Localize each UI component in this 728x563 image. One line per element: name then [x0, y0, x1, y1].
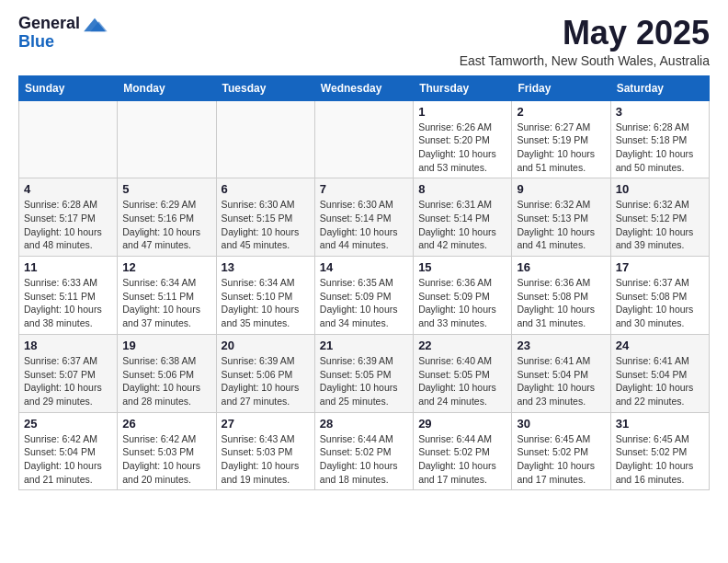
day-info: Sunrise: 6:45 AM Sunset: 5:02 PM Dayligh…: [616, 432, 704, 487]
calendar-week-row: 1Sunrise: 6:26 AM Sunset: 5:20 PM Daylig…: [19, 100, 710, 178]
day-number: 23: [517, 339, 605, 352]
day-number: 21: [320, 339, 408, 352]
calendar-cell: [216, 100, 314, 178]
day-number: 13: [222, 260, 310, 274]
day-info: Sunrise: 6:29 AM Sunset: 5:16 PM Dayligh…: [122, 198, 210, 252]
logo-icon: [82, 15, 108, 33]
day-info: Sunrise: 6:42 AM Sunset: 5:04 PM Dayligh…: [24, 432, 112, 487]
calendar-cell: 16Sunrise: 6:36 AM Sunset: 5:08 PM Dayli…: [512, 257, 610, 335]
day-number: 9: [517, 182, 605, 196]
day-number: 12: [122, 260, 210, 274]
day-number: 24: [616, 339, 704, 352]
day-number: 22: [418, 339, 506, 352]
calendar-cell: 18Sunrise: 6:37 AM Sunset: 5:07 PM Dayli…: [19, 334, 118, 412]
day-number: 20: [222, 339, 310, 352]
day-info: Sunrise: 6:38 AM Sunset: 5:06 PM Dayligh…: [122, 354, 210, 408]
logo-general-text: General: [18, 15, 80, 33]
calendar-cell: 12Sunrise: 6:34 AM Sunset: 5:11 PM Dayli…: [118, 257, 216, 335]
day-number: 2: [517, 105, 605, 119]
day-info: Sunrise: 6:33 AM Sunset: 5:11 PM Dayligh…: [24, 276, 112, 330]
day-info: Sunrise: 6:42 AM Sunset: 5:03 PM Dayligh…: [122, 432, 210, 487]
day-info: Sunrise: 6:32 AM Sunset: 5:12 PM Dayligh…: [616, 198, 704, 252]
calendar-cell: 13Sunrise: 6:34 AM Sunset: 5:10 PM Dayli…: [216, 257, 314, 335]
calendar-cell: 20Sunrise: 6:39 AM Sunset: 5:06 PM Dayli…: [216, 334, 314, 412]
day-info: Sunrise: 6:30 AM Sunset: 5:14 PM Dayligh…: [320, 198, 408, 252]
day-info: Sunrise: 6:34 AM Sunset: 5:11 PM Dayligh…: [122, 276, 210, 330]
title-area: May 2025 East Tamworth, New South Wales,…: [460, 15, 710, 68]
calendar-cell: 9Sunrise: 6:32 AM Sunset: 5:13 PM Daylig…: [512, 178, 610, 257]
day-info: Sunrise: 6:37 AM Sunset: 5:07 PM Dayligh…: [24, 354, 112, 408]
calendar-cell: 15Sunrise: 6:36 AM Sunset: 5:09 PM Dayli…: [414, 257, 512, 335]
calendar-cell: 21Sunrise: 6:39 AM Sunset: 5:05 PM Dayli…: [314, 334, 413, 412]
calendar-table: SundayMondayTuesdayWednesdayThursdayFrid…: [18, 75, 710, 491]
day-number: 16: [517, 260, 605, 274]
col-header-thursday: Thursday: [414, 75, 512, 100]
day-number: 25: [24, 417, 112, 431]
day-number: 8: [418, 182, 506, 196]
calendar-cell: [19, 100, 118, 178]
day-number: 10: [616, 182, 704, 196]
calendar-cell: 2Sunrise: 6:27 AM Sunset: 5:19 PM Daylig…: [512, 100, 610, 178]
calendar-cell: 4Sunrise: 6:28 AM Sunset: 5:17 PM Daylig…: [19, 178, 118, 257]
calendar-week-row: 25Sunrise: 6:42 AM Sunset: 5:04 PM Dayli…: [19, 412, 710, 490]
day-number: 28: [320, 417, 408, 431]
calendar-cell: 22Sunrise: 6:40 AM Sunset: 5:05 PM Dayli…: [414, 334, 512, 412]
calendar-cell: 27Sunrise: 6:43 AM Sunset: 5:03 PM Dayli…: [216, 412, 314, 490]
day-number: 19: [122, 339, 210, 352]
calendar-cell: 23Sunrise: 6:41 AM Sunset: 5:04 PM Dayli…: [512, 334, 610, 412]
day-info: Sunrise: 6:32 AM Sunset: 5:13 PM Dayligh…: [517, 198, 605, 252]
day-number: 1: [418, 105, 506, 119]
calendar-week-row: 18Sunrise: 6:37 AM Sunset: 5:07 PM Dayli…: [19, 334, 710, 412]
calendar-cell: 1Sunrise: 6:26 AM Sunset: 5:20 PM Daylig…: [414, 100, 512, 178]
calendar-cell: 30Sunrise: 6:45 AM Sunset: 5:02 PM Dayli…: [512, 412, 610, 490]
day-number: 7: [320, 182, 408, 196]
day-number: 5: [122, 182, 210, 196]
day-info: Sunrise: 6:35 AM Sunset: 5:09 PM Dayligh…: [320, 276, 408, 330]
day-info: Sunrise: 6:40 AM Sunset: 5:05 PM Dayligh…: [418, 354, 506, 408]
location-text: East Tamworth, New South Wales, Australi…: [460, 53, 710, 68]
day-info: Sunrise: 6:39 AM Sunset: 5:05 PM Dayligh…: [320, 354, 408, 408]
day-info: Sunrise: 6:36 AM Sunset: 5:08 PM Dayligh…: [517, 276, 605, 330]
day-number: 18: [24, 339, 112, 352]
day-number: 3: [616, 105, 704, 119]
day-info: Sunrise: 6:39 AM Sunset: 5:06 PM Dayligh…: [222, 354, 310, 408]
day-info: Sunrise: 6:36 AM Sunset: 5:09 PM Dayligh…: [418, 276, 506, 330]
calendar-cell: 5Sunrise: 6:29 AM Sunset: 5:16 PM Daylig…: [118, 178, 216, 257]
day-info: Sunrise: 6:31 AM Sunset: 5:14 PM Dayligh…: [418, 198, 506, 252]
month-title: May 2025: [460, 15, 710, 52]
day-info: Sunrise: 6:43 AM Sunset: 5:03 PM Dayligh…: [222, 432, 310, 487]
day-number: 11: [24, 260, 112, 274]
day-info: Sunrise: 6:34 AM Sunset: 5:10 PM Dayligh…: [222, 276, 310, 330]
calendar-cell: 24Sunrise: 6:41 AM Sunset: 5:04 PM Dayli…: [610, 334, 709, 412]
calendar-cell: 14Sunrise: 6:35 AM Sunset: 5:09 PM Dayli…: [314, 257, 413, 335]
calendar-cell: 19Sunrise: 6:38 AM Sunset: 5:06 PM Dayli…: [118, 334, 216, 412]
logo-blue-text: Blue: [18, 33, 108, 52]
col-header-wednesday: Wednesday: [314, 75, 413, 100]
calendar-cell: 3Sunrise: 6:28 AM Sunset: 5:18 PM Daylig…: [610, 100, 709, 178]
day-info: Sunrise: 6:26 AM Sunset: 5:20 PM Dayligh…: [418, 121, 506, 175]
day-info: Sunrise: 6:45 AM Sunset: 5:02 PM Dayligh…: [517, 432, 605, 487]
calendar-cell: 8Sunrise: 6:31 AM Sunset: 5:14 PM Daylig…: [414, 178, 512, 257]
calendar-cell: 28Sunrise: 6:44 AM Sunset: 5:02 PM Dayli…: [314, 412, 413, 490]
day-number: 26: [122, 417, 210, 431]
day-info: Sunrise: 6:44 AM Sunset: 5:02 PM Dayligh…: [418, 432, 506, 487]
calendar-cell: [314, 100, 413, 178]
calendar-cell: [118, 100, 216, 178]
page-header: General Blue May 2025 East Tamworth, New…: [18, 15, 710, 68]
calendar-cell: 17Sunrise: 6:37 AM Sunset: 5:08 PM Dayli…: [610, 257, 709, 335]
day-info: Sunrise: 6:41 AM Sunset: 5:04 PM Dayligh…: [517, 354, 605, 408]
calendar-cell: 26Sunrise: 6:42 AM Sunset: 5:03 PM Dayli…: [118, 412, 216, 490]
logo: General Blue: [18, 15, 108, 52]
calendar-cell: 6Sunrise: 6:30 AM Sunset: 5:15 PM Daylig…: [216, 178, 314, 257]
day-number: 27: [222, 417, 310, 431]
day-info: Sunrise: 6:37 AM Sunset: 5:08 PM Dayligh…: [616, 276, 704, 330]
day-number: 29: [418, 417, 506, 431]
day-number: 6: [222, 182, 310, 196]
col-header-tuesday: Tuesday: [216, 75, 314, 100]
calendar-week-row: 4Sunrise: 6:28 AM Sunset: 5:17 PM Daylig…: [19, 178, 710, 257]
calendar-cell: 7Sunrise: 6:30 AM Sunset: 5:14 PM Daylig…: [314, 178, 413, 257]
day-number: 4: [24, 182, 112, 196]
day-info: Sunrise: 6:27 AM Sunset: 5:19 PM Dayligh…: [517, 121, 605, 175]
col-header-friday: Friday: [512, 75, 610, 100]
day-number: 31: [616, 417, 704, 431]
